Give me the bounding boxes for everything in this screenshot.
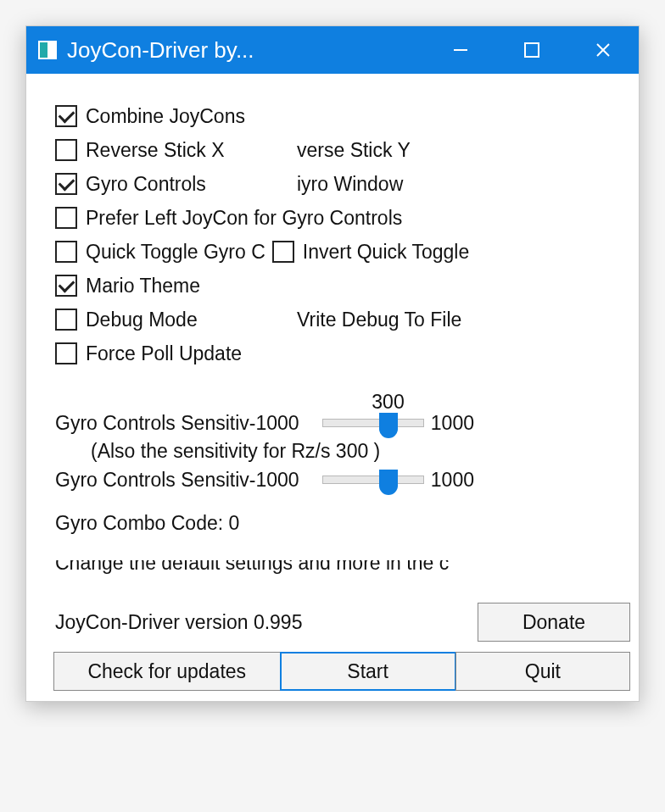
gyro-controls-checkbox[interactable] — [55, 173, 77, 195]
reverse-stick-y-label: verse Stick Y — [297, 139, 411, 162]
prefer-left-checkbox[interactable] — [55, 207, 77, 229]
minimize-icon — [451, 41, 470, 59]
invert-quick-toggle-checkbox[interactable] — [272, 241, 294, 263]
sensitivity-2-max: 1000 — [431, 469, 497, 492]
reverse-stick-x-checkbox[interactable] — [55, 139, 77, 161]
start-button[interactable]: Start — [280, 652, 456, 691]
close-icon — [594, 41, 612, 59]
quick-toggle-label: Quick Toggle Gyro C — [86, 241, 265, 264]
maximize-button[interactable] — [496, 26, 567, 74]
sensitivity-1-label: Gyro Controls Sensitiv — [55, 412, 249, 435]
gyro-controls-label: Gyro Controls — [86, 173, 206, 196]
maximize-icon — [522, 41, 541, 59]
sensitivity-1-slider[interactable]: 300 — [322, 419, 424, 427]
settings-hint: Change the default settings and more in … — [55, 560, 630, 587]
app-window: JoyCon-Driver by... Combine JoyCons Reve… — [25, 25, 640, 702]
combine-joycons-checkbox[interactable] — [55, 105, 77, 127]
sensitivity-1-min: -1000 — [249, 412, 316, 435]
force-poll-checkbox[interactable] — [55, 342, 77, 364]
svg-rect-1 — [525, 43, 539, 57]
version-label: JoyCon-Driver version 0.995 — [55, 611, 478, 634]
slider-thumb-icon[interactable] — [379, 413, 398, 438]
minimize-button[interactable] — [425, 26, 496, 74]
gyro-combo-code: Gyro Combo Code: 0 — [55, 512, 630, 535]
check-updates-button[interactable]: Check for updates — [53, 652, 281, 691]
sensitivity-2-label: Gyro Controls Sensitiv — [55, 469, 249, 492]
debug-mode-label: Debug Mode — [86, 309, 198, 331]
slider-thumb-icon[interactable] — [379, 470, 398, 495]
app-icon — [38, 41, 57, 59]
titlebar: JoyCon-Driver by... — [26, 26, 639, 74]
quick-toggle-checkbox[interactable] — [55, 241, 77, 263]
reverse-stick-x-label: Reverse Stick X — [86, 139, 225, 162]
force-poll-label: Force Poll Update — [86, 342, 242, 365]
debug-mode-checkbox[interactable] — [55, 309, 77, 331]
sensitivity-note: (Also the sensitivity for Rz/s 300 ) — [91, 440, 630, 463]
invert-quick-toggle-label: Invert Quick Toggle — [303, 241, 469, 264]
gyro-window-label: iyro Window — [297, 173, 403, 196]
window-controls — [425, 26, 639, 74]
window-title: JoyCon-Driver by... — [67, 37, 254, 64]
prefer-left-label: Prefer Left JoyCon for Gyro Controls — [86, 207, 402, 230]
quit-button[interactable]: Quit — [455, 652, 630, 691]
close-button[interactable] — [567, 26, 639, 74]
combine-joycons-label: Combine JoyCons — [86, 105, 245, 128]
donate-button[interactable]: Donate — [478, 603, 630, 642]
mario-theme-label: Mario Theme — [86, 275, 200, 298]
sensitivity-1-value: 300 — [372, 391, 404, 414]
debug-file-label: Vrite Debug To File — [297, 309, 461, 331]
mario-theme-checkbox[interactable] — [55, 275, 77, 297]
sensitivity-1-max: 1000 — [431, 412, 497, 435]
sensitivity-2-min: -1000 — [249, 469, 316, 492]
content-area: Combine JoyCons Reverse Stick X verse St… — [26, 74, 639, 701]
sensitivity-2-slider[interactable] — [322, 476, 424, 484]
